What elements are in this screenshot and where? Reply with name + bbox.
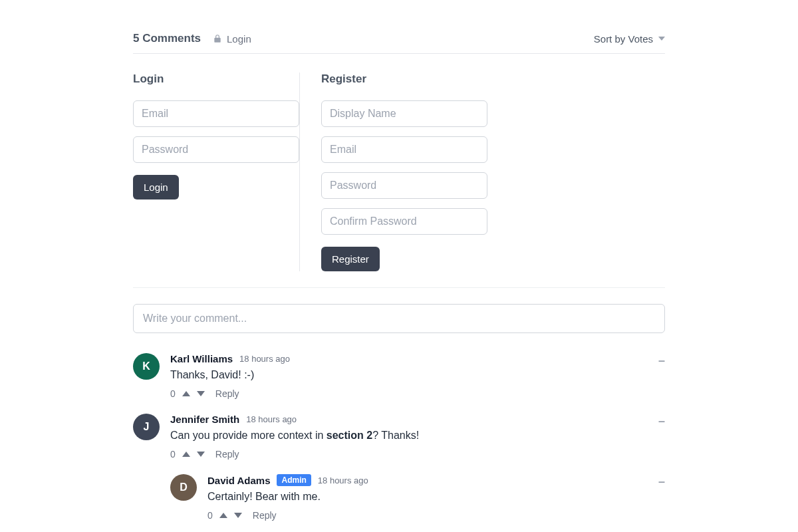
- register-button[interactable]: Register: [321, 247, 380, 271]
- comment-count: 5 Comments: [133, 32, 201, 45]
- register-password-field[interactable]: [321, 172, 487, 199]
- header-left: 5 Comments Login: [133, 32, 251, 45]
- comment-body: Jennifer Smith 18 hours ago Can you prov…: [170, 414, 665, 460]
- sort-dropdown[interactable]: Sort by Votes: [594, 33, 665, 45]
- register-title: Register: [321, 72, 509, 86]
- comment: D David Adams Admin 18 hours ago Certain…: [170, 474, 665, 521]
- chevron-down-icon: [658, 37, 665, 41]
- admin-badge: Admin: [277, 474, 311, 486]
- comment-compose-input[interactable]: [133, 304, 665, 333]
- register-confirm-field[interactable]: [321, 208, 487, 235]
- comment-time: 18 hours ago: [246, 414, 297, 424]
- collapse-button[interactable]: –: [658, 478, 665, 485]
- register-form: Register Register: [299, 72, 530, 271]
- downvote-button[interactable]: [234, 513, 242, 518]
- comment-body: David Adams Admin 18 hours ago Certainly…: [207, 474, 665, 521]
- avatar: J: [133, 414, 160, 440]
- comment: K Karl Williams 18 hours ago Thanks, Dav…: [133, 353, 665, 399]
- comment-footer: 0 Reply: [170, 449, 665, 460]
- vote-count: 0: [207, 510, 213, 521]
- comment-time: 18 hours ago: [318, 475, 368, 485]
- comment-text: Certainly! Bear with me.: [207, 489, 665, 505]
- upvote-button[interactable]: [182, 391, 190, 396]
- avatar: D: [170, 474, 197, 501]
- downvote-button[interactable]: [197, 391, 205, 396]
- reply-button[interactable]: Reply: [215, 388, 239, 399]
- header-login-link[interactable]: Login: [213, 33, 251, 45]
- comment-footer: 0 Reply: [207, 510, 665, 521]
- comment: J Jennifer Smith 18 hours ago Can you pr…: [133, 414, 665, 460]
- comment-author: David Adams: [207, 475, 270, 486]
- comment-text: Can you provide more context in section …: [170, 428, 665, 444]
- comment-author: Jennifer Smith: [170, 414, 239, 425]
- login-email-field[interactable]: [133, 100, 299, 127]
- avatar: K: [133, 353, 160, 380]
- vote-count: 0: [170, 449, 176, 460]
- auth-row: Login Login Register Register: [133, 72, 665, 288]
- reply-button[interactable]: Reply: [215, 449, 239, 460]
- downvote-button[interactable]: [197, 452, 205, 457]
- login-form: Login Login: [133, 72, 299, 271]
- vote-count: 0: [170, 388, 176, 399]
- lock-icon: [213, 34, 222, 43]
- sort-label: Sort by Votes: [594, 33, 653, 45]
- register-email-field[interactable]: [321, 136, 487, 163]
- comment-time: 18 hours ago: [239, 354, 290, 364]
- comment-text: Thanks, David! :-): [170, 367, 665, 383]
- login-password-field[interactable]: [133, 136, 299, 163]
- header-login-label: Login: [227, 33, 251, 45]
- register-displayname-field[interactable]: [321, 100, 487, 127]
- comment-footer: 0 Reply: [170, 388, 665, 399]
- comments-header: 5 Comments Login Sort by Votes: [133, 32, 665, 54]
- comment-body: Karl Williams 18 hours ago Thanks, David…: [170, 353, 665, 399]
- upvote-button[interactable]: [219, 513, 227, 518]
- upvote-button[interactable]: [182, 452, 190, 457]
- reply-button[interactable]: Reply: [253, 510, 277, 521]
- collapse-button[interactable]: –: [658, 357, 665, 364]
- login-title: Login: [133, 72, 278, 86]
- comment-author: Karl Williams: [170, 353, 233, 364]
- collapse-button[interactable]: –: [658, 418, 665, 424]
- login-button[interactable]: Login: [133, 175, 179, 200]
